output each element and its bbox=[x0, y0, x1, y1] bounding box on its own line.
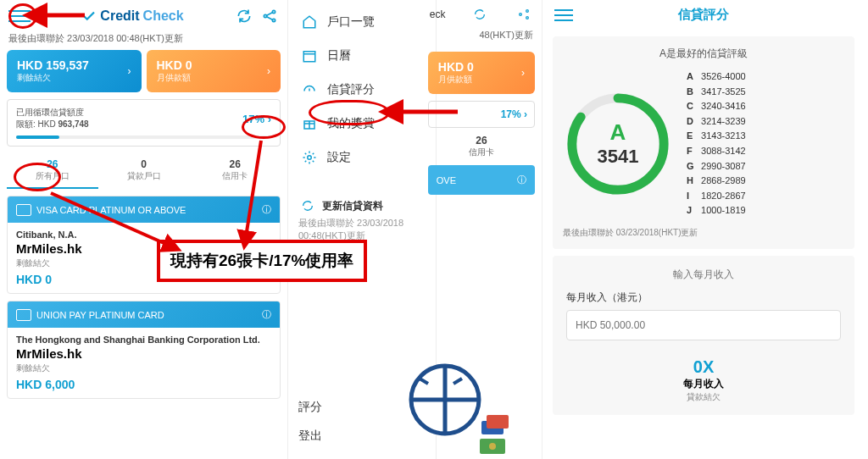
check-icon bbox=[81, 8, 97, 24]
menu-accounts[interactable]: 戶口一覽 bbox=[288, 5, 436, 39]
income-label: 每月收入（港元） bbox=[566, 290, 841, 305]
page-title: 信貸評分 bbox=[678, 7, 729, 23]
account-tabs: 26所有戶口 0貸款戶口 26信用卡 bbox=[7, 153, 281, 189]
grade-range-row: C 3240-3416 bbox=[687, 99, 746, 114]
income-heading: 輸入每月收入 bbox=[566, 268, 841, 282]
svg-point-2 bbox=[272, 19, 275, 21]
app-logo: CreditCheck bbox=[81, 8, 183, 24]
usage-pct: 17% bbox=[242, 113, 264, 125]
logo-fragment: eck bbox=[430, 8, 446, 20]
mascot-icon bbox=[381, 340, 517, 459]
usage-box[interactable]: 已用循環信貸額度 限額: HKD 963,748 17% › bbox=[7, 99, 281, 147]
grade-range-row: H 2868-2989 bbox=[687, 174, 746, 189]
grade-range-row: F 3088-3142 bbox=[687, 144, 746, 159]
info-icon: ⓘ bbox=[262, 308, 271, 321]
chevron-right-icon: › bbox=[128, 65, 131, 77]
ts-fragment: 48(HKT)更新 bbox=[421, 29, 542, 47]
score-caption: A是最好的信貸評級 bbox=[563, 47, 844, 61]
card-fragment[interactable]: OVEⓘ bbox=[428, 165, 535, 195]
balance-card[interactable]: HKD 159,537剩餘結欠 › bbox=[7, 50, 142, 92]
income-card: 輸入每月收入 每月收入（港元） 0X 每月收入 貸款結欠 bbox=[553, 256, 854, 415]
monthly-card-r[interactable]: HKD 0月供款額› bbox=[428, 52, 535, 94]
usage-bar bbox=[16, 135, 271, 139]
refresh-icon[interactable] bbox=[235, 7, 253, 25]
share-icon[interactable] bbox=[260, 7, 279, 25]
bank-name: Citibank, N.A. bbox=[16, 230, 271, 240]
svg-point-7 bbox=[526, 10, 529, 13]
grade-range-row: G 2990-3087 bbox=[687, 159, 746, 174]
svg-point-1 bbox=[272, 10, 275, 13]
grade-range-row: E 3143-3213 bbox=[687, 129, 746, 144]
last-updated: 最後由環聯於 23/03/2018 00:48(HKT)更新 bbox=[0, 32, 287, 50]
menu-icon[interactable] bbox=[554, 9, 573, 21]
score-ring: A 3541 bbox=[563, 89, 673, 199]
balance-value: HKD 0 bbox=[16, 273, 271, 286]
grade-range-row: A 3526-4000 bbox=[687, 69, 746, 85]
svg-point-5 bbox=[308, 156, 312, 160]
brand-text: MrMiles.hk bbox=[16, 241, 271, 256]
multiple-value: 0X bbox=[566, 357, 841, 377]
svg-point-6 bbox=[520, 14, 522, 16]
score-card: A是最好的信貸評級 A 3541 A 3526-4000B 3417-3525C… bbox=[553, 36, 854, 249]
svg-point-15 bbox=[489, 443, 496, 450]
menu-logout[interactable]: 登出 bbox=[298, 422, 322, 451]
card-icon bbox=[16, 309, 31, 321]
refresh-icon[interactable] bbox=[470, 5, 489, 24]
balance-value: HKD 6,000 bbox=[16, 378, 271, 391]
account-card[interactable]: VISA CARD PLATINUM OR ABOVEⓘ Citibank, N… bbox=[7, 196, 281, 294]
info-icon: ⓘ bbox=[262, 203, 271, 216]
usage-title: 已用循環信貸額度 bbox=[16, 107, 89, 119]
score-updated: 最後由環聯於 03/23/2018(HKT)更新 bbox=[563, 227, 844, 239]
monthly-card[interactable]: HKD 0月供款額 › bbox=[147, 50, 281, 92]
score-grade: A bbox=[610, 119, 626, 146]
side-menu: 戶口一覽 日曆 信貸評分 我的獎賞 設定 bbox=[288, 0, 436, 180]
svg-rect-13 bbox=[487, 415, 509, 429]
tab-loans[interactable]: 0貸款戶口 bbox=[98, 153, 190, 189]
grade-range-row: I 1820-2867 bbox=[687, 189, 746, 204]
tab-cards[interactable]: 26信用卡 bbox=[189, 153, 281, 189]
chevron-right-icon: › bbox=[267, 65, 270, 77]
grade-ranges: A 3526-4000B 3417-3525C 3240-3416D 3214-… bbox=[687, 69, 746, 218]
grade-range-row: D 3214-3239 bbox=[687, 114, 746, 130]
menu-calendar[interactable]: 日曆 bbox=[288, 39, 436, 73]
svg-point-0 bbox=[264, 14, 266, 17]
svg-point-8 bbox=[526, 17, 529, 19]
bank-name: The Hongkong and Shanghai Banking Corpor… bbox=[16, 335, 271, 345]
menu-score-bottom[interactable]: 評分 bbox=[298, 393, 322, 422]
svg-rect-3 bbox=[303, 52, 315, 62]
income-input[interactable] bbox=[566, 310, 841, 340]
update-block[interactable]: 更新信貸資料 最後由環聯於 23/03/2018 00:48(HKT)更新 bbox=[298, 196, 426, 242]
tab-all[interactable]: 26所有戶口 bbox=[7, 153, 98, 189]
chevron-right-icon: › bbox=[268, 113, 271, 125]
refresh-icon bbox=[298, 196, 317, 215]
pct-fragment[interactable]: 17% › bbox=[428, 101, 535, 128]
menu-rewards[interactable]: 我的獎賞 bbox=[288, 107, 436, 141]
menu-icon[interactable] bbox=[8, 5, 31, 27]
account-card[interactable]: UNION PAY PLATINUM CARDⓘ The Hongkong an… bbox=[7, 301, 281, 399]
grade-range-row: J 1000-1819 bbox=[687, 203, 746, 218]
share-icon[interactable] bbox=[515, 5, 533, 24]
brand-text: MrMiles.hk bbox=[16, 346, 271, 361]
menu-settings[interactable]: 設定 bbox=[288, 141, 436, 174]
card-icon bbox=[16, 204, 31, 216]
score-value: 3541 bbox=[598, 146, 639, 168]
menu-score[interactable]: 信貸評分 bbox=[288, 73, 436, 107]
grade-range-row: B 3417-3525 bbox=[687, 85, 746, 100]
